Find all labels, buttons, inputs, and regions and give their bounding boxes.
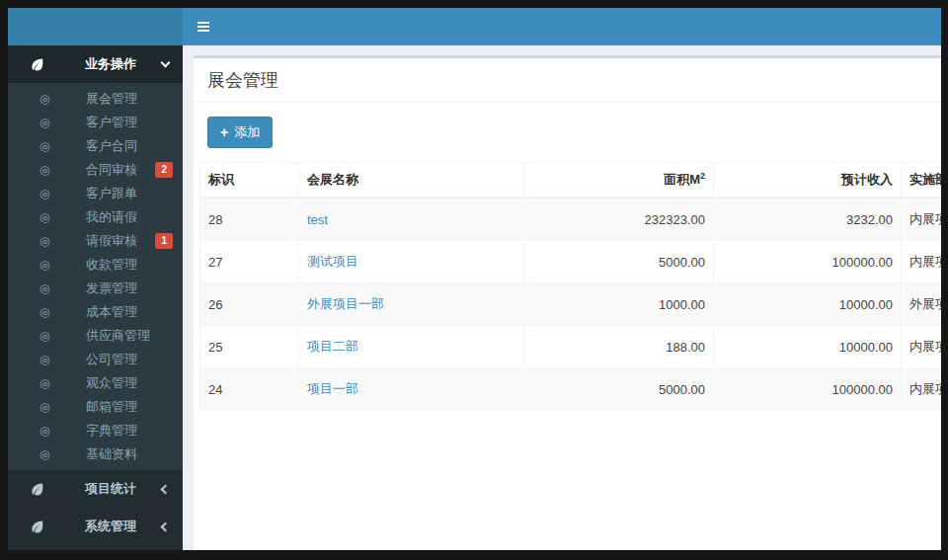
circle-icon: ◎ — [40, 117, 53, 128]
cell-area: 188.00 — [524, 326, 714, 368]
sidebar-item-label: 合同审核 — [86, 161, 137, 179]
circle-icon: ◎ — [40, 235, 53, 247]
cell-id: 27 — [200, 241, 299, 283]
table-row: 24 项目一部 5000.00 100000.00 内展项目 — [200, 368, 942, 411]
sidebar-section-project-statistics[interactable]: 项目统计 — [8, 470, 183, 508]
circle-icon: ◎ — [40, 188, 53, 200]
sidebar-item-label: 供应商管理 — [86, 327, 150, 345]
cell-income: 100000.00 — [714, 368, 902, 411]
sidebar-item-basic-data[interactable]: ◎基础资料 — [8, 442, 183, 466]
sidebar-item-customer-mgmt[interactable]: ◎客户管理 — [8, 111, 183, 134]
table-row: 25 项目二部 188.00 10000.00 内展项目 — [200, 326, 942, 368]
circle-icon: ◎ — [40, 211, 53, 223]
sidebar-item-payment-mgmt[interactable]: ◎收款管理 — [8, 253, 183, 277]
sidebar-item-label: 客户管理 — [86, 114, 137, 131]
sidebar-item-label: 观众管理 — [86, 374, 137, 392]
sidebar-item-audience-mgmt[interactable]: ◎观众管理 — [8, 371, 183, 395]
panel-header: 展会管理 — [194, 58, 941, 103]
column-header-income: 预计收入 — [714, 163, 902, 199]
sidebar-section-business-operations[interactable]: 业务操作 — [8, 45, 183, 83]
circle-icon: ◎ — [40, 306, 53, 318]
cell-id: 25 — [200, 326, 299, 368]
notification-badge: 2 — [155, 162, 173, 178]
cell-dept: 内展项目 — [902, 241, 942, 283]
sidebar-item-exhibition-mgmt[interactable]: ◎展会管理 — [8, 87, 183, 111]
top-navbar — [8, 8, 941, 45]
exhibition-link[interactable]: 项目一部 — [307, 381, 358, 396]
logo-area — [8, 8, 183, 45]
exhibition-link[interactable]: 外展项目一部 — [307, 296, 384, 311]
sidebar-item-label: 我的请假 — [86, 208, 137, 226]
table-header-row: 标识 会展名称 面积M2 预计收入 实施部门 — [200, 163, 942, 199]
add-button-label: 添加 — [234, 123, 260, 141]
sidebar: 业务操作 ◎展会管理 ◎客户管理 ◎客户合同 ◎合同审核2 ◎客户跟单 ◎我的请… — [8, 45, 183, 550]
exhibition-mgmt-panel: 展会管理 + 添加 标识 — [194, 55, 941, 550]
sidebar-section-system-mgmt[interactable]: 系统管理 — [8, 508, 183, 545]
plus-icon: + — [220, 125, 228, 139]
circle-icon: ◎ — [40, 164, 53, 176]
circle-icon: ◎ — [40, 425, 53, 437]
leaf-icon — [30, 482, 45, 497]
sidebar-toggle-button[interactable] — [183, 8, 224, 45]
sidebar-item-my-leave[interactable]: ◎我的请假 — [8, 205, 183, 229]
cell-dept: 内展项目 — [902, 198, 942, 241]
sidebar-item-company-mgmt[interactable]: ◎公司管理 — [8, 348, 183, 371]
cell-area: 1000.00 — [524, 283, 714, 326]
sidebar-item-label: 字典管理 — [86, 422, 137, 440]
table-row: 27 测试项目 5000.00 100000.00 内展项目 — [200, 241, 942, 283]
table-row: 28 test 232323.00 3232.00 内展项目 — [200, 198, 942, 241]
circle-icon: ◎ — [40, 377, 53, 389]
sidebar-item-customer-followup[interactable]: ◎客户跟单 — [8, 182, 183, 205]
sidebar-section-label: 系统管理 — [85, 518, 136, 535]
sidebar-item-leave-review[interactable]: ◎请假审核1 — [8, 229, 183, 253]
sidebar-item-label: 客户跟单 — [86, 185, 137, 202]
circle-icon: ◎ — [40, 282, 53, 294]
exhibition-link[interactable]: test — [307, 212, 328, 227]
column-header-id: 标识 — [200, 163, 299, 199]
column-header-name: 会展名称 — [299, 163, 524, 199]
circle-icon: ◎ — [40, 93, 53, 105]
sidebar-item-label: 成本管理 — [86, 303, 137, 321]
exhibition-link[interactable]: 项目二部 — [307, 339, 358, 354]
chevron-left-icon — [161, 484, 171, 494]
cell-area: 5000.00 — [524, 368, 714, 411]
cell-id: 28 — [200, 198, 299, 241]
cell-dept: 外展项目 — [902, 283, 942, 326]
sidebar-section-label: 业务操作 — [85, 55, 136, 73]
sidebar-item-mailbox-mgmt[interactable]: ◎邮箱管理 — [8, 395, 183, 419]
sidebar-item-label: 发票管理 — [86, 280, 137, 297]
notification-badge: 1 — [155, 233, 173, 249]
table-row: 26 外展项目一部 1000.00 10000.00 外展项目 — [200, 283, 942, 326]
sidebar-item-cost-mgmt[interactable]: ◎成本管理 — [8, 300, 183, 324]
circle-icon: ◎ — [40, 140, 53, 152]
column-header-area: 面积M2 — [524, 163, 714, 199]
sidebar-item-label: 邮箱管理 — [86, 398, 137, 416]
cell-income: 3232.00 — [714, 198, 902, 241]
sidebar-section-label: 项目统计 — [85, 480, 136, 498]
chevron-down-icon — [161, 57, 171, 67]
navbar-main — [183, 8, 941, 45]
add-button[interactable]: + 添加 — [207, 117, 273, 148]
content-area: 展会管理 + 添加 标识 — [183, 45, 941, 550]
circle-icon: ◎ — [40, 401, 53, 413]
leaf-icon — [30, 520, 45, 534]
exhibition-table: 标识 会展名称 面积M2 预计收入 实施部门 28 te — [199, 162, 941, 411]
cell-dept: 内展项目 — [902, 326, 942, 368]
circle-icon: ◎ — [40, 330, 53, 342]
sidebar-item-supplier-mgmt[interactable]: ◎供应商管理 — [8, 324, 183, 348]
sidebar-item-customer-contract[interactable]: ◎客户合同 — [8, 134, 183, 158]
app-window: 业务操作 ◎展会管理 ◎客户管理 ◎客户合同 ◎合同审核2 ◎客户跟单 ◎我的请… — [8, 8, 941, 550]
column-header-dept: 实施部门 — [902, 163, 942, 199]
sidebar-item-contract-review[interactable]: ◎合同审核2 — [8, 158, 183, 182]
sidebar-item-invoice-mgmt[interactable]: ◎发票管理 — [8, 277, 183, 300]
circle-icon: ◎ — [40, 354, 53, 365]
sidebar-item-label: 公司管理 — [86, 351, 137, 368]
page-title: 展会管理 — [207, 68, 927, 92]
panel-body: + 添加 标识 会展名称 面积M2 — [194, 103, 941, 411]
exhibition-link[interactable]: 测试项目 — [307, 254, 358, 269]
screen-bezel: 业务操作 ◎展会管理 ◎客户管理 ◎客户合同 ◎合同审核2 ◎客户跟单 ◎我的请… — [0, 0, 948, 560]
cell-area: 5000.00 — [524, 241, 714, 283]
cell-income: 10000.00 — [714, 326, 902, 368]
cell-income: 10000.00 — [714, 283, 902, 326]
sidebar-item-dictionary-mgmt[interactable]: ◎字典管理 — [8, 419, 183, 442]
